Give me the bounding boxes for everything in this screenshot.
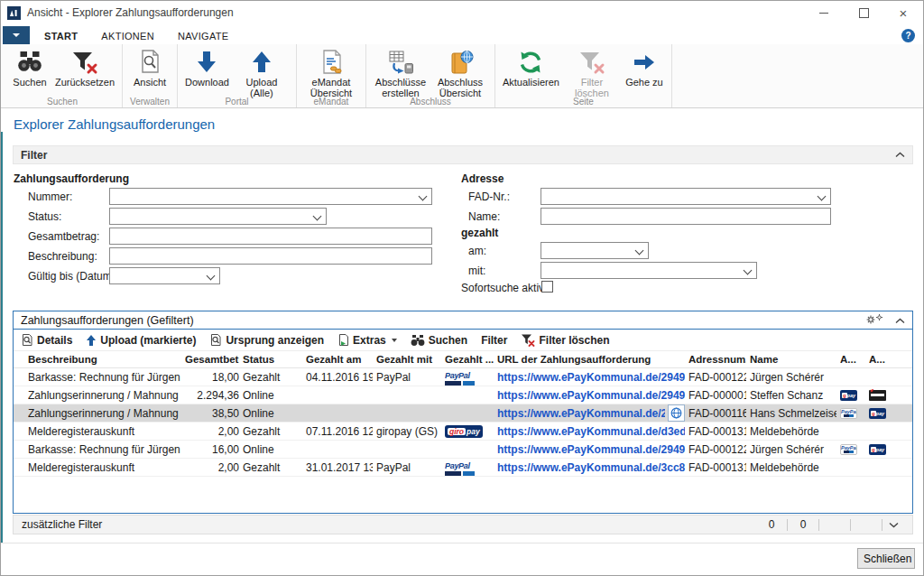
- cell-status: Online: [243, 389, 302, 402]
- maximize-button[interactable]: [844, 1, 883, 24]
- cell-url[interactable]: https://www.ePayKommunal.de/2949uZ3j7...: [497, 389, 685, 402]
- additional-filter-bar[interactable]: zusätzliche Filter 0 0: [13, 515, 913, 534]
- cell-beschreibung: Zahlungserinnerung / Mahnung: [28, 407, 181, 420]
- grid-toolbar: Details Upload (markierte) Ursprung anze…: [14, 330, 912, 351]
- tab-start[interactable]: START: [32, 27, 89, 44]
- ribbon-group-seite: Aktualisieren Filter löschen Gehe zu Sei…: [495, 44, 672, 107]
- download-button[interactable]: Download: [182, 46, 232, 88]
- column-header[interactable]: A...: [840, 354, 865, 365]
- filter-clear-small-icon: [521, 333, 535, 347]
- tab-aktionen[interactable]: AKTIONEN: [89, 27, 166, 44]
- sofortsuche-checkbox[interactable]: [541, 281, 553, 293]
- cell-url[interactable]: https://www.ePayKommunal.de/2949...: [497, 404, 685, 422]
- cell-name: Jürgen Schérér: [750, 443, 836, 456]
- gezahlt-am-combobox[interactable]: [541, 242, 649, 259]
- column-header[interactable]: Status: [243, 354, 302, 365]
- column-header[interactable]: Gezahlt mit: [376, 354, 441, 365]
- upload-markierte-button[interactable]: Upload (markierte): [86, 334, 196, 347]
- ribbon-group-emandat: eMandat Übersicht eMandat: [297, 44, 366, 107]
- grid-filter-loeschen-button[interactable]: Filter löschen: [521, 333, 609, 347]
- help-icon[interactable]: ?: [901, 29, 915, 42]
- giropay-mini-icon: gpay: [869, 444, 886, 455]
- gezahlt-mit-combobox[interactable]: [541, 262, 757, 279]
- binoculars-icon: [17, 47, 42, 77]
- filter-loeschen-button[interactable]: Filter löschen: [562, 46, 622, 100]
- group-adresse: Adresse: [461, 172, 504, 185]
- window-title: Ansicht - Explorer Zahlungsaufforderunge…: [27, 6, 234, 19]
- grid-panel-header: Zahlungsaufforderungen (Gefiltert): [14, 311, 912, 330]
- grid-suchen-button[interactable]: Suchen: [411, 334, 467, 347]
- divider: [1, 543, 923, 543]
- collapse-chevron-up-icon[interactable]: [895, 152, 905, 158]
- ansicht-button[interactable]: Ansicht: [127, 46, 172, 88]
- cell-beschreibung: Barkasse: Rechnung für Jürgen S...: [28, 443, 181, 456]
- filter-clear-icon: [578, 47, 605, 77]
- cell-gesamtbetrag: 18,00: [185, 371, 239, 384]
- tab-navigate[interactable]: NAVIGATE: [166, 27, 240, 44]
- ribbon-group-abschluss: Abschlüsse erstellen Abschluss Übersicht…: [366, 44, 495, 107]
- cell-url[interactable]: https://www.ePayKommunal.de/d3edacd1-...: [497, 425, 685, 438]
- fad-nr-combobox[interactable]: [541, 188, 831, 205]
- filter-section-header[interactable]: Filter: [13, 145, 913, 164]
- column-header[interactable]: Beschreibung: [28, 354, 181, 365]
- table-row[interactable]: Barkasse: Rechnung für Jürgen S... 16,00…: [14, 441, 912, 459]
- file-menu-button[interactable]: [3, 26, 30, 44]
- details-button[interactable]: Details: [21, 333, 72, 347]
- nummer-combobox[interactable]: [109, 188, 432, 205]
- schliessen-button[interactable]: Schließen: [857, 548, 915, 569]
- status-combobox[interactable]: [109, 208, 327, 225]
- column-header[interactable]: Gezahlt ...: [445, 354, 494, 365]
- panel-collapse-chevron-up-icon[interactable]: [895, 314, 905, 327]
- cell-adressnummer: FAD-000122: [688, 371, 746, 384]
- beschreibung-label: Beschreibung:: [28, 250, 97, 263]
- grid-filter-button[interactable]: Filter: [481, 334, 507, 347]
- column-header[interactable]: Adressnum...: [688, 354, 746, 365]
- table-row[interactable]: Melderegisterauskunft 2,00 Gezahlt 07.11…: [14, 423, 912, 441]
- expand-chevron-down-icon[interactable]: [882, 522, 904, 528]
- column-header[interactable]: Gezahlt am: [306, 354, 373, 365]
- abschluss-uebersicht-button[interactable]: Abschluss Übersicht: [430, 46, 490, 100]
- table-row[interactable]: Barkasse: Rechnung für Jürgen S... 18,00…: [14, 368, 912, 386]
- giropay-mini-icon: gpay: [840, 390, 857, 401]
- emandat-uebersicht-button[interactable]: eMandat Übersicht: [301, 46, 361, 100]
- group-zahlungsaufforderung: Zahlungsaufforderung: [14, 172, 129, 185]
- gueltig-bis-combobox[interactable]: [109, 267, 220, 284]
- cell-name: Hans Schmelzeisen: [750, 407, 836, 420]
- zuruecksetzen-button[interactable]: Zurücksetzen: [52, 46, 117, 88]
- document-preview-icon: [138, 47, 162, 77]
- suchen-button[interactable]: Suchen: [7, 46, 52, 88]
- table-row[interactable]: Zahlungserinnerung / Mahnung 2.294,36 On…: [14, 386, 912, 404]
- page-title: Explorer Zahlungsaufforderungen: [14, 116, 215, 132]
- open-url-globe-icon[interactable]: [668, 404, 685, 422]
- paypal-mini-icon: PayPal: [840, 408, 857, 419]
- column-header[interactable]: A...: [869, 354, 894, 365]
- extras-button[interactable]: Extras: [337, 333, 397, 347]
- cell-url[interactable]: https://www.ePayKommunal.de/3cc881b0-...: [497, 461, 685, 474]
- column-header[interactable]: Gesamtbetrag: [185, 354, 239, 365]
- name-input[interactable]: [541, 208, 831, 225]
- cell-payment-logo: giropay: [445, 424, 494, 438]
- gesamtbetrag-input[interactable]: [109, 228, 432, 245]
- column-header[interactable]: Name: [750, 354, 836, 365]
- paypal-logo: PayPal: [445, 372, 475, 386]
- extras-icon: [337, 333, 349, 347]
- close-button[interactable]: ×: [883, 1, 923, 24]
- beschreibung-input[interactable]: [109, 247, 432, 265]
- cell-url[interactable]: https://www.ePayKommunal.de/2949uZwb...: [497, 443, 685, 456]
- grid-title: Zahlungsaufforderungen (Gefiltert): [21, 314, 194, 327]
- table-row[interactable]: Melderegisterauskunft 2,00 Gezahlt 31.01…: [14, 459, 912, 477]
- chevron-down-icon: [818, 192, 827, 201]
- cell-status: Gezahlt: [243, 461, 302, 474]
- table-row[interactable]: Zahlungserinnerung / Mahnung 38,50 Onlin…: [14, 404, 912, 423]
- aktualisieren-button[interactable]: Aktualisieren: [500, 46, 562, 88]
- binoculars-small-icon: [411, 334, 425, 347]
- upload-alle-button[interactable]: Upload (Alle): [232, 46, 291, 100]
- minimize-button[interactable]: [804, 1, 844, 24]
- abschluesse-erstellen-button[interactable]: Abschlüsse erstellen: [371, 46, 430, 100]
- gehe-zu-button[interactable]: Gehe zu: [622, 46, 667, 88]
- ursprung-anzeigen-button[interactable]: Ursprung anzeigen: [209, 333, 324, 347]
- customize-gears-icon[interactable]: [865, 313, 884, 328]
- column-header[interactable]: URL der Zahlungsaufforderung: [497, 354, 685, 365]
- cell-adressnummer: FAD-000131: [688, 461, 746, 474]
- cell-url[interactable]: https://www.ePayKommunal.de/2949uZpd...: [497, 371, 685, 384]
